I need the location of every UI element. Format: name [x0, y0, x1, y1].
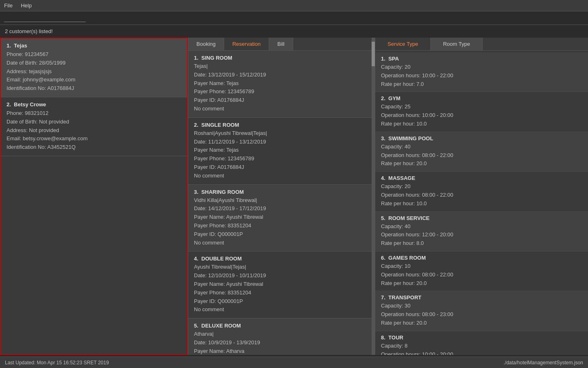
reservation-2-title: 2. SINGLE ROOM — [194, 122, 366, 128]
tab-reservation[interactable]: Reservation — [224, 38, 269, 50]
service-item-5[interactable]: 5. ROOM SERVICE Capacity: 40 Operation h… — [375, 212, 588, 251]
reservation-item-3[interactable]: 3. SHARING ROOM Vidhi Killa|Ayushi Tibre… — [188, 185, 372, 252]
service-1-capacity: Capacity: 20 — [381, 63, 582, 72]
reservation-4-payer-name: Payer Name: Ayushi Tibrewal — [194, 280, 366, 289]
service-3-hours: Operation hours: 08:00 - 22:00 — [381, 151, 582, 160]
service-4-capacity: Capacity: 20 — [381, 182, 582, 191]
customer-2-id: Identification No: A3452521Q — [7, 143, 181, 152]
service-4-hours: Operation hours: 08:00 - 22:00 — [381, 191, 582, 200]
reservation-1-date: Date: 13/12/2019 - 15/12/2019 — [194, 71, 366, 79]
service-6-rate: Rate per hour: 20.0 — [381, 279, 582, 288]
customer-2-dob: Date of Birth: Not provided — [7, 118, 181, 126]
reservation-4-comment: No comment — [194, 305, 366, 314]
service-5-hours: Operation hours: 12:00 - 20:00 — [381, 231, 582, 239]
reservation-2-payer-phone: Payer Phone: 123456789 — [194, 155, 366, 163]
reservation-item-4[interactable]: 4. DOUBLE ROOM Ayushi Tibrewal|Tejas| Da… — [188, 251, 372, 319]
reservation-item-2[interactable]: 2. SINGLE ROOM Roshani|Ayushi Tibrewal|T… — [188, 118, 372, 185]
file-path: ./data/hotelManagementSystem.json — [503, 360, 583, 366]
reservation-3-date: Date: 14/12/2019 - 17/12/2019 — [194, 204, 366, 213]
reservation-4-guests: Ayushi Tibrewal|Tejas| — [194, 263, 366, 272]
reservation-4-title: 4. DOUBLE ROOM — [194, 256, 366, 262]
service-1-rate: Rate per hour: 7.0 — [381, 80, 582, 89]
customer-1-dob: Date of Birth: 28/05/1999 — [7, 59, 181, 67]
menu-help[interactable]: Help — [21, 2, 32, 9]
reservation-4-payer-id: Payer ID: Q000001P — [194, 297, 366, 306]
right-panel: Service Type Room Type 1. SPA Capacity: … — [375, 38, 588, 355]
service-1-hours: Operation hours: 10:00 - 22:00 — [381, 72, 582, 80]
middle-tabs-bar: Booking Reservation Bill — [188, 38, 372, 51]
service-4-name: 4. MASSAGE — [381, 175, 582, 181]
customers-panel: 1. Tejas Phone: 91234567 Date of Birth: … — [0, 38, 188, 355]
customer-item-2[interactable]: 2. Betsy Crowe Phone: 98321012 Date of B… — [1, 97, 187, 156]
middle-scrollbar[interactable] — [372, 38, 375, 355]
main-content: 1. Tejas Phone: 91234567 Date of Birth: … — [0, 38, 588, 355]
service-item-4[interactable]: 4. MASSAGE Capacity: 20 Operation hours:… — [375, 172, 588, 211]
service-4-rate: Rate per hour: 10.0 — [381, 200, 582, 208]
customer-2-name: 2. Betsy Crowe — [7, 101, 181, 108]
reservation-3-guests: Vidhi Killa|Ayushi Tibrewal| — [194, 196, 366, 205]
customer-1-name: 1. Tejas — [7, 43, 181, 49]
scrollbar-thumb[interactable] — [372, 42, 375, 66]
service-item-2[interactable]: 2. GYM Capacity: 25 Operation hours: 10:… — [375, 92, 588, 132]
reservation-4-payer-phone: Payer Phone: 83351204 — [194, 289, 366, 297]
reservation-3-payer-id: Payer ID: Q000001P — [194, 230, 366, 239]
reservation-2-payer-name: Payer Name: Tejas — [194, 146, 366, 155]
service-item-6[interactable]: 6. GAMES ROOM Capacity: 10 Operation hou… — [375, 251, 588, 291]
status-bar: 2 customer(s) listed! — [0, 25, 588, 38]
search-input[interactable] — [4, 14, 86, 22]
customer-1-address: Address: tejasjsjsjs — [7, 67, 181, 76]
reservation-3-payer-phone: Payer Phone: 83351204 — [194, 222, 366, 230]
service-3-capacity: Capacity: 40 — [381, 143, 582, 151]
service-2-name: 2. GYM — [381, 95, 582, 101]
reservation-4-date: Date: 12/10/2019 - 10/11/2019 — [194, 272, 366, 280]
tab-bill[interactable]: Bill — [269, 38, 293, 50]
service-8-name: 8. TOUR — [381, 334, 582, 341]
reservations-list: 1. SING ROOM Tejas| Date: 13/12/2019 - 1… — [188, 51, 372, 355]
customer-count: 2 customer(s) listed! — [5, 28, 53, 34]
service-5-rate: Rate per hour: 8.0 — [381, 239, 582, 248]
search-area — [0, 11, 588, 25]
reservation-3-payer-name: Payer Name: Ayushi Tibrewal — [194, 213, 366, 222]
tab-room-type[interactable]: Room Type — [431, 38, 483, 50]
reservation-1-payer-name: Payer Name: Tejas — [194, 79, 366, 88]
reservation-5-payer-name: Payer Name: Atharva — [194, 347, 366, 355]
customer-2-address: Address: Not provided — [7, 126, 181, 135]
customer-2-phone: Phone: 98321012 — [7, 109, 181, 118]
reservation-3-title: 3. SHARING ROOM — [194, 189, 366, 195]
service-item-1[interactable]: 1. SPA Capacity: 20 Operation hours: 10:… — [375, 52, 588, 92]
reservation-5-date: Date: 10/9/2019 - 13/9/2019 — [194, 339, 366, 347]
reservation-2-guests: Roshani|Ayushi Tibrewal|Tejas| — [194, 129, 366, 138]
reservation-3-comment: No comment — [194, 239, 366, 247]
service-5-capacity: Capacity: 40 — [381, 222, 582, 231]
last-updated: Last Updated: Mon Apr 15 16:52:23 SRET 2… — [5, 360, 109, 366]
middle-panel: Booking Reservation Bill 1. SING ROOM Te… — [188, 38, 372, 355]
service-7-capacity: Capacity: 30 — [381, 302, 582, 310]
reservation-1-comment: No comment — [194, 105, 366, 113]
right-tabs-bar: Service Type Room Type — [375, 38, 588, 51]
service-1-name: 1. SPA — [381, 56, 582, 62]
service-3-rate: Rate per hour: 20.0 — [381, 159, 582, 168]
reservation-1-payer-phone: Payer Phone: 123456789 — [194, 88, 366, 96]
reservation-1-payer-id: Payer ID: A0176884J — [194, 96, 366, 105]
service-7-rate: Rate per hour: 20.0 — [381, 319, 582, 328]
service-item-7[interactable]: 7. TRANSPORT Capacity: 30 Operation hour… — [375, 291, 588, 331]
reservation-item-5[interactable]: 5. DELUXE ROOM Atharva| Date: 10/9/2019 … — [188, 319, 372, 355]
service-6-capacity: Capacity: 10 — [381, 262, 582, 271]
reservation-item-1[interactable]: 1. SING ROOM Tejas| Date: 13/12/2019 - 1… — [188, 51, 372, 118]
service-6-name: 6. GAMES ROOM — [381, 255, 582, 261]
customer-1-email: Email: johnny@example.com — [7, 76, 181, 84]
service-2-hours: Operation hours: 10:00 - 20:00 — [381, 111, 582, 120]
customer-1-id: Identification No: A0176884J — [7, 84, 181, 93]
reservation-1-guests: Tejas| — [194, 62, 366, 71]
service-item-8[interactable]: 8. TOUR Capacity: 8 Operation hours: 10:… — [375, 331, 588, 355]
service-5-name: 5. ROOM SERVICE — [381, 215, 582, 221]
service-item-3[interactable]: 3. SWIMMING POOL Capacity: 40 Operation … — [375, 132, 588, 172]
tab-service-type[interactable]: Service Type — [375, 38, 431, 50]
menu-file[interactable]: File — [4, 2, 13, 9]
service-8-hours: Operation hours: 10:00 - 20:00 — [381, 350, 582, 355]
tab-booking[interactable]: Booking — [188, 38, 224, 50]
customer-item-1[interactable]: 1. Tejas Phone: 91234567 Date of Birth: … — [1, 38, 187, 97]
bottom-bar: Last Updated: Mon Apr 15 16:52:23 SRET 2… — [0, 357, 588, 368]
menu-bar: File Help — [0, 0, 588, 11]
reservation-5-title: 5. DELUXE ROOM — [194, 323, 366, 329]
